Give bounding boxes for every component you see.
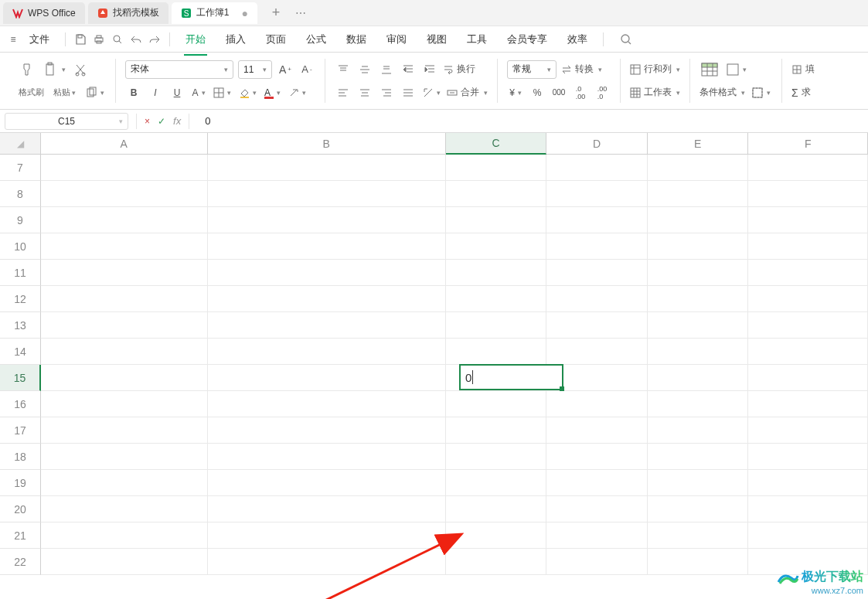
cell[interactable] [446,233,547,260]
cell[interactable] [208,260,446,286]
format-painter-icon[interactable] [19,61,37,78]
cell[interactable] [446,207,547,233]
cut-icon[interactable] [72,61,89,78]
row-header-11[interactable]: 11 [0,260,41,286]
font-size-select[interactable]: 11▾ [238,60,272,79]
cell[interactable] [546,496,648,522]
cell[interactable] [41,417,208,444]
tab-app[interactable]: WPS Office [3,2,85,24]
cell-style2-icon[interactable] [750,84,772,101]
row-header-14[interactable]: 14 [0,339,41,365]
undo-icon[interactable] [128,31,145,48]
cell[interactable] [748,444,868,470]
align-right-icon[interactable] [378,84,395,101]
cell[interactable] [546,155,648,181]
sheet-button[interactable]: 工作表 [630,86,680,99]
menu-formula[interactable]: 公式 [297,28,335,51]
cell[interactable] [41,522,208,549]
cell[interactable] [748,286,868,312]
cell[interactable] [446,470,547,496]
menu-review[interactable]: 审阅 [377,28,416,51]
row-header-8[interactable]: 8 [0,181,41,207]
fill-color-button[interactable] [237,84,258,101]
cell[interactable] [208,522,446,549]
align-bottom-icon[interactable] [378,61,395,78]
align-middle-icon[interactable] [356,61,373,78]
cell[interactable] [648,365,749,391]
decrease-font-icon[interactable]: A- [298,61,315,78]
cell[interactable] [446,417,547,444]
cell[interactable] [446,155,547,181]
cell[interactable] [546,339,648,365]
print-preview-icon[interactable] [109,31,126,48]
cell[interactable] [208,286,446,312]
cell[interactable] [748,522,868,549]
cell[interactable] [748,470,868,496]
comma-icon[interactable]: 000 [550,84,567,101]
indent-decrease-icon[interactable] [400,61,417,78]
row-header-12[interactable]: 12 [0,286,41,312]
cell[interactable] [648,496,749,522]
cell[interactable] [446,496,547,522]
cell[interactable] [546,444,648,470]
font-color-button[interactable]: A [263,84,282,101]
cell[interactable] [446,312,547,339]
increase-font-icon[interactable]: A+ [277,61,294,78]
redo-icon[interactable] [146,31,163,48]
paste-label[interactable]: 粘贴 [53,87,76,98]
cell[interactable] [648,444,749,470]
cell[interactable] [208,312,446,339]
save-icon[interactable] [72,31,89,48]
menu-start[interactable]: 开始 [176,28,215,51]
row-header-7[interactable]: 7 [0,155,41,181]
cell[interactable] [546,207,648,233]
cell[interactable] [546,260,648,286]
cell[interactable] [41,181,208,207]
cell[interactable] [546,181,648,207]
cell[interactable] [41,312,208,339]
cell[interactable] [41,286,208,312]
tab-add-button[interactable]: + [267,5,285,21]
row-header-21[interactable]: 21 [0,522,41,549]
menu-page[interactable]: 页面 [257,28,295,51]
table-style-icon[interactable] [700,61,720,78]
active-cell[interactable]: 0 [459,364,563,390]
cell[interactable] [648,549,749,575]
cell[interactable] [41,260,208,286]
cell[interactable] [546,470,648,496]
menu-insert[interactable]: 插入 [216,28,255,51]
select-all-corner[interactable]: ◢ [0,133,41,155]
merge-button[interactable]: 合并 [447,86,488,99]
row-header-18[interactable]: 18 [0,444,41,470]
cell[interactable] [446,286,547,312]
column-header-D[interactable]: D [546,133,648,155]
cell[interactable] [648,339,749,365]
cell[interactable] [648,417,749,444]
menu-member[interactable]: 会员专享 [498,28,557,51]
cell[interactable] [546,522,648,549]
cell[interactable] [446,391,547,417]
cell[interactable] [748,260,868,286]
clear-format-button[interactable] [287,84,308,101]
formula-input[interactable]: 0 [197,115,868,127]
cell[interactable] [208,155,446,181]
sum-button[interactable]: Σ求 [791,86,811,99]
cell[interactable] [648,181,749,207]
cell[interactable] [41,155,208,181]
cell[interactable] [546,233,648,260]
underline-button[interactable]: U [168,84,186,101]
menu-view[interactable]: 视图 [417,28,456,51]
cell-style-icon[interactable] [724,61,748,78]
tab-template[interactable]: 找稻壳模板 [88,2,168,24]
cell[interactable] [446,444,547,470]
rowcol-button[interactable]: 行和列 [630,63,680,76]
align-center-icon[interactable] [356,84,373,101]
column-header-E[interactable]: E [648,133,749,155]
cell[interactable] [41,339,208,365]
justify-icon[interactable] [400,84,417,101]
cell[interactable] [648,312,749,339]
fill-button[interactable]: 填 [791,63,815,76]
cell[interactable] [208,549,446,575]
cell[interactable] [208,207,446,233]
cell[interactable] [41,207,208,233]
